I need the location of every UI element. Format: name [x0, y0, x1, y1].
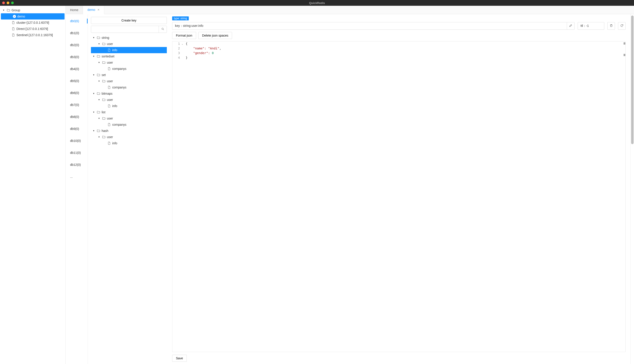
key-search-input[interactable] [91, 26, 159, 32]
type-tag: type: string [172, 16, 189, 20]
key-tree-folder[interactable]: ▼user [91, 134, 167, 140]
edit-key-button[interactable] [567, 22, 574, 30]
sidebar-item-demo[interactable]: ✓ demo [1, 13, 65, 20]
db-item[interactable]: db1(0) [66, 27, 88, 39]
sidebar-item-cluster[interactable]: cluster-[127.0.0.1:6379] [1, 20, 65, 26]
reload-button[interactable] [618, 22, 625, 30]
db-item[interactable]: db2(0) [66, 39, 88, 51]
line-number: 1 [172, 42, 182, 46]
key-tree-folder[interactable]: ▼user [91, 115, 167, 122]
file-icon [107, 142, 111, 145]
db-item[interactable]: db7(0) [66, 99, 88, 111]
sidebar-item-label: cluster-[127.0.0.1:6379] [17, 21, 49, 24]
key-tree-folder[interactable]: ▼user [91, 78, 167, 84]
folder-open-icon [102, 61, 106, 64]
create-key-button[interactable]: Create key [91, 17, 167, 24]
key-tree-item[interactable]: info [91, 103, 167, 109]
sidebar-group[interactable]: ▼ Group [1, 7, 65, 13]
delete-json-spaces-button[interactable]: Delete json spaces [198, 32, 232, 39]
key-tree-folder[interactable]: ▼hash [91, 128, 167, 134]
key-tree-label: hash [102, 129, 108, 132]
reload-icon [620, 24, 623, 28]
save-button[interactable]: Save [172, 355, 187, 362]
check-circle-icon: ✓ [13, 15, 16, 18]
line-number: 2 [172, 46, 182, 51]
key-display-input[interactable] [172, 24, 567, 28]
tab-bar: Home demo ✕ [66, 6, 634, 14]
folder-open-icon [102, 116, 106, 120]
caret-down-icon: ▼ [93, 92, 95, 95]
line-number: 3 [172, 51, 182, 56]
db-item[interactable]: db6(0) [66, 87, 88, 99]
folder-open-icon [102, 42, 106, 46]
search-icon [161, 28, 164, 31]
tab-demo[interactable]: demo ✕ [83, 6, 104, 14]
file-icon [107, 48, 111, 52]
key-tree-folder[interactable]: ▼set [91, 72, 167, 78]
key-tree-folder[interactable]: ▼user [91, 60, 167, 66]
key-tree-folder[interactable]: ▼bitmaps [91, 90, 167, 97]
window-close-button[interactable] [2, 2, 5, 4]
caret-down-icon: ▼ [98, 117, 101, 120]
key-tree-label: user [107, 61, 113, 64]
key-tree-folder[interactable]: ▼user [91, 41, 167, 47]
sidebar-item-sentinel[interactable]: Sentinel-[127.0.0.1:16379] [1, 32, 65, 38]
caret-down-icon: ▼ [98, 80, 101, 82]
file-icon [107, 86, 111, 89]
fold-icon[interactable]: ⌄ [182, 42, 185, 46]
key-tree-item[interactable]: companys [91, 84, 167, 90]
caret-down-icon: ▼ [98, 136, 101, 138]
sidebar-item-label: Sentinel-[127.0.0.1:16379] [17, 33, 53, 37]
db-item[interactable]: db5(0) [66, 75, 88, 87]
database-list: db0(6)db1(0)db2(0)db3(0)db4(0)db5(0)db6(… [66, 14, 88, 364]
delete-key-button[interactable] [607, 22, 615, 30]
key-tree-label: string [102, 36, 109, 40]
sidebar-item-direct[interactable]: Direct-[127.0.0.1:6379] [1, 26, 65, 32]
key-tree-folder[interactable]: ▼string [91, 34, 167, 41]
ttl-display-input[interactable] [578, 24, 622, 28]
key-tree-folder[interactable]: ▼sortedset [91, 53, 167, 60]
tab-label: demo [87, 8, 95, 12]
editor-scroll-marker [623, 42, 625, 44]
svg-point-0 [162, 28, 163, 30]
caret-down-icon: ▼ [3, 9, 5, 11]
db-item[interactable]: db3(0) [66, 51, 88, 63]
db-item[interactable]: db11(0) [66, 147, 88, 159]
folder-open-icon [97, 54, 100, 58]
caret-down-icon: ▼ [98, 62, 101, 64]
key-tree-item[interactable]: info [91, 47, 167, 53]
db-item[interactable]: db9(0) [66, 123, 88, 135]
tab-home[interactable]: Home [66, 6, 83, 14]
value-editor[interactable]: 1 ⌄ { 2 "name": "Andi", 3 [172, 41, 625, 352]
key-tree-item[interactable]: info [91, 140, 167, 146]
db-item[interactable]: db4(0) [66, 63, 88, 75]
key-tree-item[interactable]: companys [91, 66, 167, 72]
sidebar-item-label: demo [17, 15, 25, 18]
key-tree-label: sortedset [102, 54, 115, 58]
key-tree-item[interactable]: companys [91, 122, 167, 128]
scrollbar-thumb[interactable] [631, 16, 633, 144]
caret-down-icon: ▼ [93, 74, 95, 76]
window-minimize-button[interactable] [7, 2, 9, 4]
window-maximize-button[interactable] [11, 2, 14, 4]
main-scrollbar[interactable] [630, 14, 634, 364]
code-text: { [185, 42, 188, 46]
file-icon [107, 104, 111, 108]
db-item[interactable]: db8(0) [66, 111, 88, 123]
key-tree-label: companys [112, 123, 127, 126]
sidebar-item-label: Direct-[127.0.0.1:6379] [17, 27, 48, 30]
folder-open-icon [97, 73, 100, 77]
db-item[interactable]: db12(0) [66, 159, 88, 171]
db-item[interactable]: db10(0) [66, 135, 88, 147]
close-icon[interactable]: ✕ [97, 8, 100, 11]
format-json-button[interactable]: Format json [172, 32, 196, 39]
key-field-group [172, 22, 574, 30]
search-button[interactable] [159, 26, 167, 32]
key-tree-folder[interactable]: ▼list [91, 109, 167, 115]
key-tree-label: set [102, 73, 106, 77]
db-item[interactable]: ... [66, 171, 88, 183]
key-tree-label: list [102, 110, 105, 114]
key-tree-folder[interactable]: ▼user [91, 97, 167, 103]
caret-down-icon: ▼ [93, 55, 95, 58]
db-item[interactable]: db0(6) [66, 15, 88, 27]
